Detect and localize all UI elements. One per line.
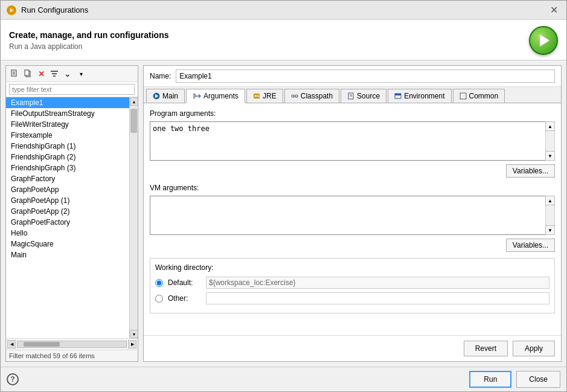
filter-status: Filter matched 59 of 66 items <box>6 350 138 361</box>
tab-jre[interactable]: JRE JRE <box>246 89 283 103</box>
working-directory-section: Working directory: Default: ${workspace_… <box>150 258 555 313</box>
scroll-down-button[interactable]: ▼ <box>130 330 138 338</box>
name-input[interactable] <box>176 69 555 83</box>
list-item[interactable]: GraphPoetApp (1) <box>6 195 129 206</box>
program-args-scroll-track <box>545 131 555 151</box>
svg-rect-10 <box>53 76 56 77</box>
tab-source[interactable]: Source <box>341 89 386 103</box>
tab-common[interactable]: Common <box>453 89 505 103</box>
run-icon-button[interactable] <box>529 26 558 55</box>
other-directory-input[interactable] <box>206 292 549 304</box>
horizontal-scroll-area: ◀ ▶ <box>6 338 138 350</box>
close-button[interactable]: Close <box>516 371 560 388</box>
jre-tab-icon: JRE <box>253 92 260 100</box>
vm-args-scroll-track <box>545 205 555 225</box>
arguments-tab-content: Program arguments: one two three ▲ ▼ Var… <box>144 103 561 335</box>
tabs-bar: Main Arguments JRE <box>144 87 561 103</box>
program-args-textarea[interactable]: one two three <box>150 121 555 161</box>
left-scrollbar: ▲ ▼ <box>129 97 138 338</box>
action-row: Revert Apply <box>144 335 561 361</box>
svg-rect-15 <box>193 97 195 98</box>
tab-main[interactable]: Main <box>146 89 185 103</box>
tab-common-label: Common <box>469 92 499 100</box>
revert-button[interactable]: Revert <box>464 341 508 356</box>
program-args-scrollbar: ▲ ▼ <box>545 121 555 161</box>
default-radio-label: Default: <box>168 278 201 287</box>
list-item[interactable]: GraphPoetApp <box>6 184 129 195</box>
other-radio-row: Other: <box>155 292 549 304</box>
arguments-tab-icon <box>193 93 201 99</box>
vm-args-scroll-down[interactable]: ▼ <box>545 225 555 235</box>
list-item[interactable]: FriendshipGraph (2) <box>6 152 129 162</box>
list-item[interactable]: FriendshipGraph (3) <box>6 162 129 173</box>
svg-rect-14 <box>193 95 197 97</box>
other-radio[interactable] <box>155 295 163 303</box>
h-scroll-thumb[interactable] <box>24 342 60 347</box>
header-heading: Create, manage, and run configurations <box>9 30 169 40</box>
tab-arguments-label: Arguments <box>203 92 239 100</box>
svg-text:JRE: JRE <box>254 94 260 98</box>
list-item[interactable]: GraphFactory <box>6 173 129 184</box>
run-button[interactable]: Run <box>469 371 511 388</box>
expand-config-button[interactable]: ⌄ <box>62 68 74 80</box>
other-radio-label: Other: <box>168 294 201 303</box>
h-scroll-left-button[interactable]: ◀ <box>7 340 16 349</box>
default-radio[interactable] <box>155 279 163 287</box>
svg-rect-8 <box>51 71 58 72</box>
scroll-up-button[interactable]: ▲ <box>130 97 138 106</box>
expand-more-button[interactable]: ▾ <box>75 68 87 80</box>
list-item[interactable]: FileWriterStrategy <box>6 119 129 130</box>
svg-rect-13 <box>193 94 196 95</box>
default-radio-row: Default: ${workspace_loc:Exercise} <box>155 277 549 289</box>
program-args-scroll-down[interactable]: ▼ <box>545 151 555 161</box>
name-label: Name: <box>150 72 171 80</box>
vm-args-textarea[interactable] <box>150 196 555 235</box>
svg-rect-28 <box>395 94 401 95</box>
search-box <box>6 82 138 97</box>
h-scroll-right-button[interactable]: ▶ <box>128 340 136 349</box>
list-item[interactable]: Hello <box>6 228 129 239</box>
vm-args-label: VM arguments: <box>150 184 555 192</box>
svg-rect-9 <box>52 73 57 74</box>
duplicate-config-button[interactable] <box>22 68 34 80</box>
list-item[interactable]: FriendshipGraph (1) <box>6 141 129 152</box>
list-item[interactable]: GraphPoetFactory <box>6 217 129 228</box>
list-content: Example1 FileOutputStreamStrategy FileWr… <box>6 97 129 338</box>
tab-environment[interactable]: Environment <box>388 89 451 103</box>
tab-classpath-label: Classpath <box>301 92 333 100</box>
program-variables-row: Variables... <box>150 164 555 178</box>
right-panel: Name: Main <box>143 65 562 362</box>
scroll-thumb[interactable] <box>130 109 137 133</box>
new-config-button[interactable] <box>8 68 21 80</box>
dialog-close-button[interactable]: ✕ <box>548 4 560 16</box>
program-args-scroll-up[interactable]: ▲ <box>545 121 555 131</box>
tab-jre-label: JRE <box>263 92 277 100</box>
filter-config-button[interactable] <box>48 68 60 80</box>
search-input[interactable] <box>9 84 135 95</box>
svg-point-22 <box>295 95 298 97</box>
tab-environment-label: Environment <box>404 92 444 100</box>
left-toolbar: ✕ ⌄ ▾ <box>6 66 138 82</box>
h-scroll-track <box>17 341 127 348</box>
header-info: Create, manage, and run configurations R… <box>9 30 169 51</box>
list-item[interactable]: Example1 <box>6 97 129 108</box>
app-icon <box>7 5 16 15</box>
help-button[interactable]: ? <box>7 373 19 385</box>
classpath-tab-icon <box>291 92 298 100</box>
list-item[interactable]: FileOutputStreamStrategy <box>6 108 129 119</box>
tab-arguments[interactable]: Arguments <box>186 89 245 103</box>
list-item[interactable]: MagicSquare <box>6 239 129 249</box>
dialog-title: Run Configurations <box>21 5 88 14</box>
apply-button[interactable]: Apply <box>513 341 555 356</box>
list-item[interactable]: Main <box>6 249 129 260</box>
tab-source-label: Source <box>357 92 380 100</box>
program-variables-button[interactable]: Variables... <box>506 164 555 178</box>
tab-classpath[interactable]: Classpath <box>284 89 339 103</box>
list-item[interactable]: GraphPoetApp (2) <box>6 206 129 217</box>
vm-args-scroll-up[interactable]: ▲ <box>545 196 555 205</box>
main-tab-icon <box>153 92 160 100</box>
environment-tab-icon <box>394 92 402 100</box>
vm-variables-button[interactable]: Variables... <box>506 239 555 252</box>
delete-config-button[interactable]: ✕ <box>35 68 47 80</box>
list-item[interactable]: Firstexample <box>6 130 129 141</box>
